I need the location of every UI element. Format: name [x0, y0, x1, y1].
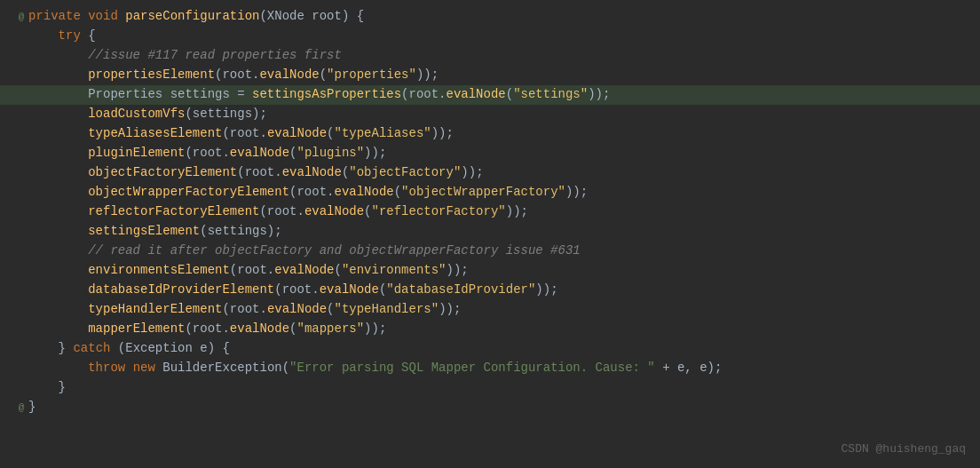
code-line: try { — [0, 27, 980, 46]
code-text: objectWrapperFactoryElement(root.evalNod… — [28, 183, 966, 202]
code-text: //issue #117 read properties first — [28, 46, 966, 65]
gutter-icon: @ — [14, 401, 28, 416]
code-line: objectWrapperFactoryElement(root.evalNod… — [0, 183, 980, 202]
code-text: mapperElement(root.evalNode("mappers")); — [28, 320, 966, 338]
code-text: objectFactoryElement(root.evalNode("obje… — [28, 163, 966, 182]
code-text: settingsElement(settings); — [28, 222, 966, 241]
code-text: loadCustomVfs(settings); — [28, 105, 966, 123]
code-line: //issue #117 read properties first — [0, 46, 980, 66]
code-line: reflectorFactoryElement(root.evalNode("r… — [0, 202, 980, 222]
code-line: throw new BuilderException("Error parsin… — [0, 359, 980, 378]
code-line: @private void parseConfiguration(XNode r… — [0, 7, 980, 27]
code-text: typeHandlerElement(root.evalNode("typeHa… — [28, 300, 966, 319]
code-text: environmentsElement(root.evalNode("envir… — [28, 261, 966, 280]
watermark: CSDN @huisheng_gaq — [842, 440, 966, 458]
code-line: loadCustomVfs(settings); — [0, 105, 980, 124]
code-line: } — [0, 378, 980, 398]
code-line: pluginElement(root.evalNode("plugins")); — [0, 144, 980, 163]
code-line: databaseIdProviderElement(root.evalNode(… — [0, 281, 980, 300]
code-line: propertiesElement(root.evalNode("propert… — [0, 66, 980, 85]
code-text: propertiesElement(root.evalNode("propert… — [28, 66, 966, 84]
code-line: mapperElement(root.evalNode("mappers")); — [0, 320, 980, 339]
code-line: @} — [0, 398, 980, 417]
code-text: typeAliasesElement(root.evalNode("typeAl… — [28, 124, 966, 143]
code-editor: @private void parseConfiguration(XNode r… — [0, 0, 980, 468]
code-text: } — [28, 398, 966, 416]
code-line: settingsElement(settings); — [0, 222, 980, 242]
code-text: Properties settings = settingsAsProperti… — [28, 85, 966, 104]
code-line: Properties settings = settingsAsProperti… — [0, 85, 980, 105]
code-text: try { — [28, 27, 966, 45]
code-text: // read it after objectFactory and objec… — [28, 242, 966, 260]
code-text: reflectorFactoryElement(root.evalNode("r… — [28, 202, 966, 221]
code-text: } — [28, 378, 966, 397]
code-text: private void parseConfiguration(XNode ro… — [28, 7, 966, 26]
code-line: typeAliasesElement(root.evalNode("typeAl… — [0, 124, 980, 144]
code-line: environmentsElement(root.evalNode("envir… — [0, 261, 980, 281]
code-line: // read it after objectFactory and objec… — [0, 242, 980, 261]
gutter-icon: @ — [14, 10, 28, 25]
code-text: throw new BuilderException("Error parsin… — [28, 359, 966, 377]
code-text: } catch (Exception e) { — [28, 339, 966, 358]
code-line: objectFactoryElement(root.evalNode("obje… — [0, 163, 980, 183]
code-text: databaseIdProviderElement(root.evalNode(… — [28, 281, 966, 299]
code-line: typeHandlerElement(root.evalNode("typeHa… — [0, 300, 980, 320]
code-line: } catch (Exception e) { — [0, 339, 980, 359]
code-text: pluginElement(root.evalNode("plugins")); — [28, 144, 966, 163]
